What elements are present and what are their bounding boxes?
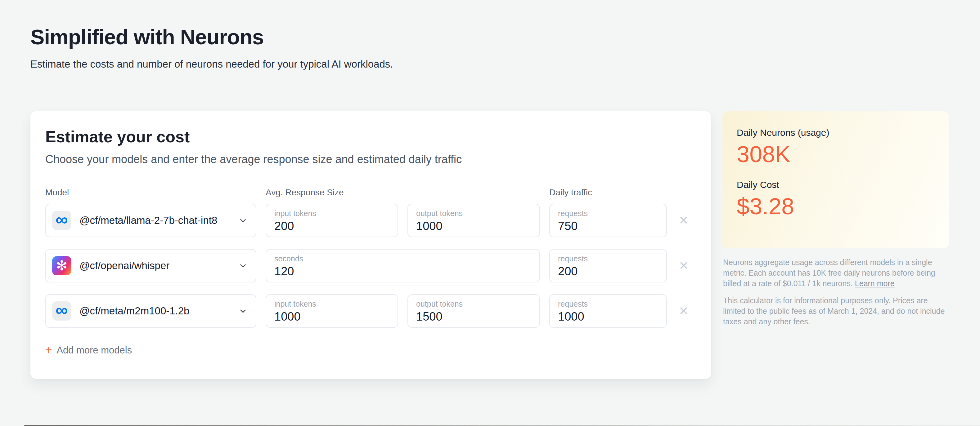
input-tokens-input[interactable] — [274, 220, 390, 233]
meta-logo-icon: ∞ — [52, 301, 72, 321]
input-tokens-input[interactable] — [274, 310, 390, 323]
remove-row-button[interactable]: ✕ — [679, 260, 689, 272]
requests-input[interactable] — [558, 310, 658, 323]
requests-input[interactable] — [558, 220, 658, 233]
output-tokens-field: output tokens — [407, 204, 540, 237]
close-icon: ✕ — [679, 304, 689, 317]
output-tokens-field: output tokens — [407, 294, 540, 328]
daily-cost-value: $3.28 — [737, 195, 935, 218]
content-area: Estimate your cost Choose your models an… — [30, 111, 950, 379]
estimator-subheading: Choose your models and enter the average… — [45, 153, 696, 166]
model-rows: ∞ @cf/meta/llama-2-7b-chat-int8 input to… — [45, 204, 696, 328]
remove-row-button[interactable]: ✕ — [679, 215, 689, 226]
summary-column: Daily Neurons (usage) 308K Daily Cost $3… — [722, 111, 949, 334]
model-name: @cf/openai/whisper — [80, 260, 169, 272]
next-section-top-edge — [24, 425, 980, 426]
input-tokens-field: input tokens — [266, 294, 398, 328]
seconds-input[interactable] — [274, 265, 531, 278]
field-label: requests — [558, 254, 658, 263]
seconds-field: seconds — [266, 249, 540, 282]
meta-logo-icon: ∞ — [52, 211, 72, 230]
column-header-daily-traffic: Daily traffic — [549, 188, 667, 198]
daily-cost-label: Daily Cost — [737, 179, 935, 190]
field-label: seconds — [274, 254, 531, 263]
field-label: requests — [558, 209, 658, 218]
close-icon: ✕ — [679, 259, 689, 272]
estimator-heading: Estimate your cost — [45, 127, 696, 146]
model-select-llama[interactable]: ∞ @cf/meta/llama-2-7b-chat-int8 — [45, 204, 256, 237]
daily-neurons-value: 308K — [737, 143, 935, 166]
neurons-explainer-body: Neurons aggregate usage across different… — [723, 258, 935, 288]
chevron-down-icon — [238, 306, 248, 316]
close-icon: ✕ — [679, 214, 689, 227]
output-tokens-input[interactable] — [416, 310, 531, 323]
page-title: Simplified with Neurons — [30, 25, 950, 49]
cost-estimator-card: Estimate your cost Choose your models an… — [30, 111, 711, 379]
plus-icon: + — [45, 344, 52, 356]
add-more-models-button[interactable]: + Add more models — [45, 344, 132, 356]
chevron-down-icon — [238, 261, 248, 270]
requests-field: requests — [549, 249, 667, 282]
column-header-response-size: Avg. Response Size — [266, 188, 540, 198]
openai-logo-icon: ✻ — [52, 256, 72, 275]
neurons-explainer-text: Neurons aggregate usage across different… — [723, 257, 948, 289]
requests-field: requests — [549, 204, 667, 237]
requests-field: requests — [549, 294, 667, 328]
model-name: @cf/meta/m2m100-1.2b — [80, 305, 189, 317]
daily-summary-card: Daily Neurons (usage) 308K Daily Cost $3… — [722, 111, 949, 248]
daily-neurons-label: Daily Neurons (usage) — [737, 127, 935, 138]
model-name: @cf/meta/llama-2-7b-chat-int8 — [80, 215, 217, 226]
page-subtitle: Estimate the costs and number of neurons… — [30, 58, 950, 70]
add-more-models-label: Add more models — [56, 345, 132, 356]
learn-more-link[interactable]: Learn more — [855, 279, 895, 288]
field-label: requests — [558, 299, 658, 309]
neurons-calculator-page: Simplified with Neurons Estimate the cos… — [0, 0, 980, 379]
chevron-down-icon — [238, 216, 248, 225]
requests-input[interactable] — [558, 265, 658, 278]
output-tokens-input[interactable] — [416, 220, 531, 233]
field-label: output tokens — [416, 209, 531, 218]
input-tokens-field: input tokens — [266, 204, 398, 237]
remove-row-button[interactable]: ✕ — [679, 305, 689, 317]
column-header-model: Model — [45, 188, 256, 198]
column-headers: Model Avg. Response Size Daily traffic — [45, 188, 696, 198]
field-label: input tokens — [274, 299, 390, 309]
field-label: input tokens — [274, 209, 390, 218]
model-select-m2m100[interactable]: ∞ @cf/meta/m2m100-1.2b — [45, 294, 256, 328]
field-label: output tokens — [416, 299, 531, 309]
model-select-whisper[interactable]: ✻ @cf/openai/whisper — [45, 249, 256, 282]
calculator-disclaimer-text: This calculator is for informational pur… — [723, 296, 948, 327]
disclaimer-notes: Neurons aggregate usage across different… — [722, 257, 949, 327]
